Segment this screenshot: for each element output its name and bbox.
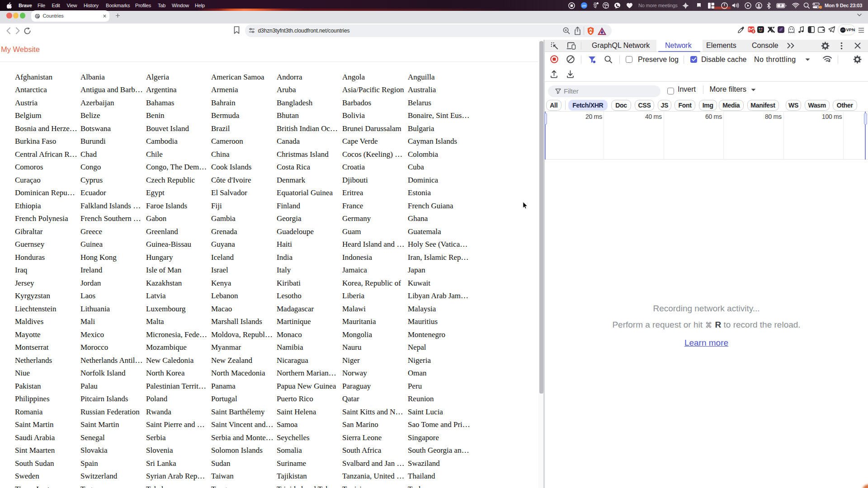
svg-text:zm: zm bbox=[582, 4, 586, 7]
svg-text:6: 6 bbox=[752, 30, 754, 33]
